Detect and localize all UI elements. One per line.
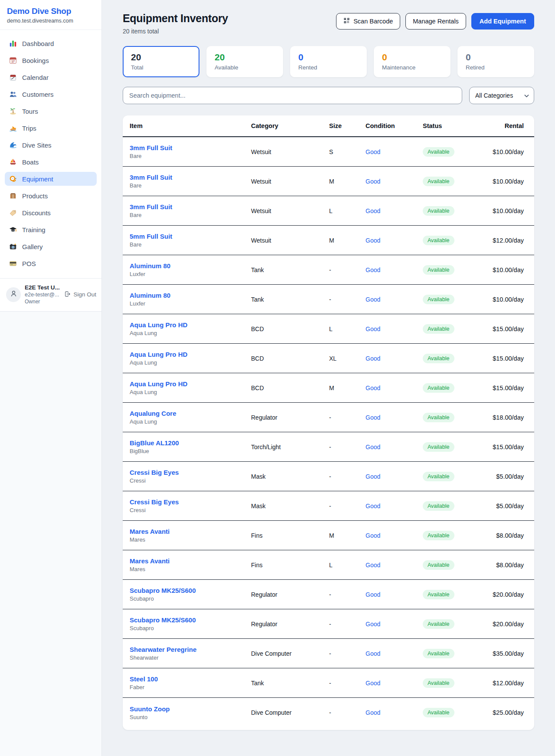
condition-link[interactable]: Good	[366, 296, 380, 303]
condition-link[interactable]: Good	[366, 709, 380, 716]
item-name-link[interactable]: Aluminum 80	[130, 262, 251, 270]
table-row: 3mm Full Suit Bare Wetsuit S Good Availa…	[123, 137, 534, 167]
stat-card-rented[interactable]: 0 Rented	[290, 46, 367, 77]
item-name-link[interactable]: Cressi Big Eyes	[130, 469, 251, 476]
sidebar-item-equipment[interactable]: Equipment	[5, 172, 97, 186]
sidebar-item-label: Bookings	[22, 57, 49, 64]
item-category: Mask	[251, 503, 329, 509]
item-name-link[interactable]: Shearwater Peregrine	[130, 646, 251, 653]
user-email: e2e-tester@...	[25, 292, 60, 298]
brand-name[interactable]: Demo Dive Shop	[7, 7, 95, 16]
condition-link[interactable]: Good	[366, 532, 380, 539]
item-name-link[interactable]: Aqualung Core	[130, 410, 251, 417]
item-name-link[interactable]: 3mm Full Suit	[130, 203, 251, 210]
condition-link[interactable]: Good	[366, 355, 380, 362]
sidebar-item-dashboard[interactable]: Dashboard	[5, 36, 97, 50]
item-brand: Aqua Lung	[130, 389, 251, 395]
sidebar-item-boats[interactable]: Boats	[5, 155, 97, 169]
table-row: Shearwater Peregrine Shearwater Dive Com…	[123, 639, 534, 668]
stat-card-retired[interactable]: 0 Retired	[457, 46, 534, 77]
item-name-link[interactable]: 3mm Full Suit	[130, 174, 251, 181]
stat-value: 20	[215, 52, 275, 62]
sidebar-item-products[interactable]: Products	[5, 189, 97, 203]
sidebar-item-bookings[interactable]: 17 Bookings	[5, 53, 97, 67]
condition-link[interactable]: Good	[366, 237, 380, 244]
sidebar-item-customers[interactable]: Customers	[5, 87, 97, 101]
sidebar-item-dive-sites[interactable]: Dive Sites	[5, 138, 97, 152]
item-size: -	[329, 266, 366, 273]
condition-link[interactable]: Good	[366, 473, 380, 480]
item-name-link[interactable]: Scubapro MK25/S600	[130, 587, 251, 594]
item-name-link[interactable]: Mares Avanti	[130, 557, 251, 565]
sidebar-item-label: POS	[22, 260, 36, 267]
condition-link[interactable]: Good	[366, 503, 380, 509]
item-name-link[interactable]: Mares Avanti	[130, 528, 251, 535]
sidebar-item-pos[interactable]: POS	[5, 256, 97, 270]
item-rental-rate: $12.00/day	[483, 237, 524, 244]
item-name-link[interactable]: Steel 100	[130, 675, 251, 683]
condition-link[interactable]: Good	[366, 562, 380, 569]
item-brand: Bare	[130, 212, 251, 218]
item-category: Regulator	[251, 414, 329, 421]
status-badge: Available	[423, 177, 454, 186]
stat-card-maintenance[interactable]: 0 Maintenance	[374, 46, 451, 77]
item-brand: Luxfer	[130, 300, 251, 307]
condition-link[interactable]: Good	[366, 680, 380, 687]
item-brand: Bare	[130, 182, 251, 189]
item-name-link[interactable]: Aqua Lung Pro HD	[130, 380, 251, 388]
item-size: -	[329, 680, 366, 687]
condition-link[interactable]: Good	[366, 207, 380, 214]
sidebar-item-trips[interactable]: Trips	[5, 121, 97, 135]
condition-link[interactable]: Good	[366, 385, 380, 391]
condition-link[interactable]: Good	[366, 650, 380, 657]
sidebar-item-calendar[interactable]: Calendar	[5, 70, 97, 84]
item-brand: Scubapro	[130, 595, 251, 602]
status-badge: Available	[423, 383, 454, 393]
item-name-link[interactable]: Cressi Big Eyes	[130, 498, 251, 506]
item-name-link[interactable]: Suunto Zoop	[130, 705, 251, 713]
svg-text:17: 17	[11, 60, 15, 63]
scan-barcode-button[interactable]: Scan Barcode	[336, 13, 400, 30]
item-size: XL	[329, 355, 366, 362]
item-brand: BigBlue	[130, 448, 251, 454]
table-row: 5mm Full Suit Bare Wetsuit M Good Availa…	[123, 226, 534, 255]
sign-out-button[interactable]: Sign Out	[64, 291, 96, 299]
status-badge: Available	[423, 442, 454, 452]
item-category: Mask	[251, 473, 329, 480]
sidebar-item-gallery[interactable]: Gallery	[5, 240, 97, 253]
sign-out-label: Sign Out	[73, 291, 96, 298]
sidebar-item-label: Boats	[22, 158, 39, 166]
status-badge: Available	[423, 147, 454, 157]
sidebar-item-label: Tours	[22, 108, 38, 115]
search-input[interactable]	[123, 87, 462, 104]
condition-link[interactable]: Good	[366, 148, 380, 155]
user-name: E2E Test U...	[25, 284, 60, 291]
item-name-link[interactable]: 5mm Full Suit	[130, 233, 251, 240]
condition-link[interactable]: Good	[366, 178, 380, 185]
add-equipment-button[interactable]: Add Equipment	[471, 13, 534, 30]
item-name-link[interactable]: Aqua Lung Pro HD	[130, 321, 251, 329]
manage-rentals-button[interactable]: Manage Rentals	[405, 13, 466, 30]
item-brand: Shearwater	[130, 654, 251, 661]
item-size: M	[329, 532, 366, 539]
item-name-link[interactable]: Aqua Lung Pro HD	[130, 351, 251, 358]
sidebar-item-discounts[interactable]: Discounts	[5, 206, 97, 220]
item-name-link[interactable]: Scubapro MK25/S600	[130, 616, 251, 624]
sidebar-item-training[interactable]: Training	[5, 223, 97, 237]
sidebar-item-tours[interactable]: Tours	[5, 104, 97, 118]
stat-card-available[interactable]: 20 Available	[206, 46, 283, 77]
user-role: Owner	[25, 299, 60, 305]
item-name-link[interactable]: BigBlue AL1200	[130, 439, 251, 447]
condition-link[interactable]: Good	[366, 414, 380, 421]
item-name-link[interactable]: Aluminum 80	[130, 292, 251, 299]
item-size: -	[329, 503, 366, 509]
condition-link[interactable]: Good	[366, 266, 380, 273]
condition-link[interactable]: Good	[366, 621, 380, 628]
condition-link[interactable]: Good	[366, 591, 380, 598]
stat-value: 0	[382, 52, 442, 62]
stat-card-total[interactable]: 20 Total	[123, 46, 199, 77]
condition-link[interactable]: Good	[366, 325, 380, 332]
condition-link[interactable]: Good	[366, 444, 380, 450]
category-select[interactable]: All Categories	[469, 87, 534, 104]
item-name-link[interactable]: 3mm Full Suit	[130, 144, 251, 151]
